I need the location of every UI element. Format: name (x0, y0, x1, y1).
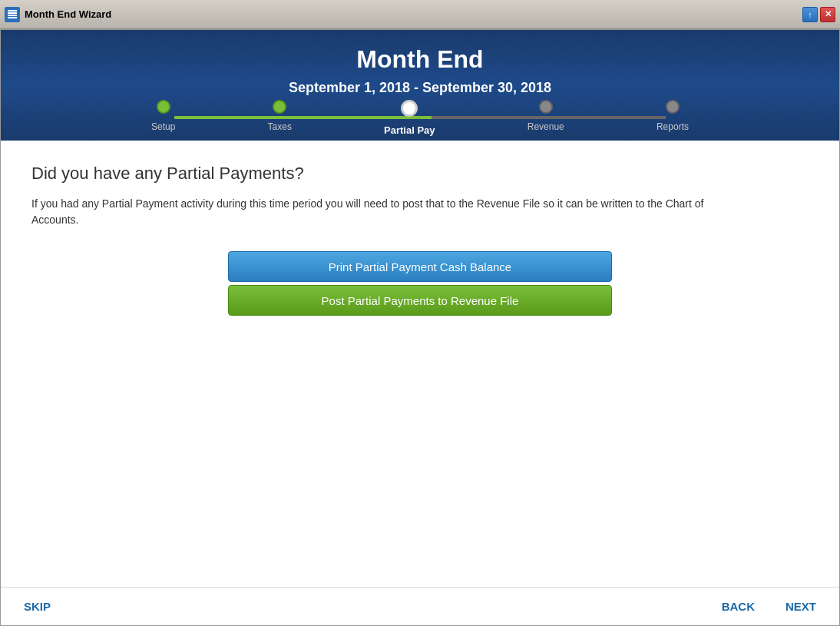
close-button[interactable]: ✕ (820, 7, 835, 22)
step-label-revenue: Revenue (527, 121, 564, 132)
step-circle-partial-pay (401, 100, 418, 117)
app-icon (5, 7, 20, 22)
main-window: Month End September 1, 2018 - September … (0, 29, 840, 626)
step-taxes: Taxes (268, 100, 292, 136)
back-button[interactable]: BACK (714, 595, 762, 618)
step-partial-pay: Partial Pay (384, 100, 435, 136)
svg-rect-2 (8, 15, 17, 16)
step-reports: Reports (656, 100, 689, 136)
step-label-partial-pay: Partial Pay (384, 124, 435, 136)
step-circle-taxes (273, 100, 286, 114)
action-buttons: Print Partial Payment Cash Balance Post … (31, 251, 809, 316)
progress-track: Setup Taxes Partial Pay (151, 110, 689, 125)
post-button[interactable]: Post Partial Payments to Revenue File (228, 285, 612, 316)
content-title: Did you have any Partial Payments? (31, 164, 809, 184)
date-range: September 1, 2018 - September 30, 2018 (289, 80, 551, 96)
title-bar: Month End Wizard ↑ ✕ (0, 0, 840, 29)
step-label-reports: Reports (656, 121, 689, 132)
svg-rect-1 (8, 12, 17, 14)
step-revenue: Revenue (527, 100, 564, 136)
print-button[interactable]: Print Partial Payment Cash Balance (228, 251, 612, 282)
window-title: Month End Wizard (25, 8, 802, 20)
page-title: Month End (356, 45, 483, 74)
progress-container: Setup Taxes Partial Pay (151, 110, 689, 125)
next-button[interactable]: NEXT (778, 595, 824, 618)
step-circle-revenue (539, 100, 553, 114)
pin-button[interactable]: ↑ (802, 7, 818, 22)
content-description: If you had any Partial Payment activity … (31, 196, 723, 228)
svg-rect-3 (8, 17, 17, 18)
skip-button[interactable]: SKIP (16, 595, 58, 618)
footer-right: BACK NEXT (714, 595, 824, 618)
step-label-taxes: Taxes (268, 121, 292, 132)
step-setup: Setup (151, 100, 175, 136)
svg-rect-0 (8, 10, 17, 12)
step-label-setup: Setup (151, 121, 175, 132)
header: Month End September 1, 2018 - September … (1, 30, 839, 141)
progress-steps: Setup Taxes Partial Pay (151, 100, 689, 136)
footer: SKIP BACK NEXT (1, 587, 839, 625)
step-circle-setup (157, 100, 170, 114)
step-circle-reports (666, 100, 680, 114)
content-area: Did you have any Partial Payments? If yo… (1, 141, 839, 587)
window-controls: ↑ ✕ (802, 7, 835, 22)
